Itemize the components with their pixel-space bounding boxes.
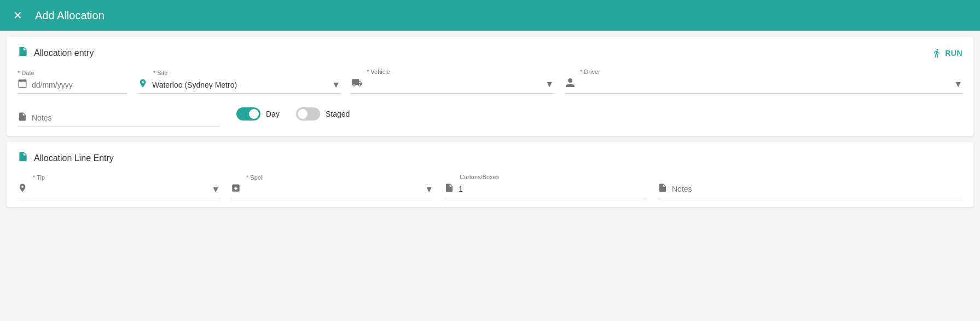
- vehicle-chevron-icon: ▼: [545, 79, 554, 89]
- document-icon: [18, 46, 28, 60]
- line-notes-input[interactable]: [672, 182, 962, 196]
- vehicle-select[interactable]: [367, 80, 541, 89]
- truck-icon: [351, 77, 362, 91]
- pin-icon: [18, 183, 27, 196]
- close-icon: ✕: [13, 9, 22, 22]
- driver-chevron-icon: ▼: [954, 79, 962, 89]
- date-input[interactable]: [32, 81, 119, 89]
- site-select[interactable]: Waterloo (Sydney Metro): [152, 81, 327, 89]
- line-notes-input-wrapper: [658, 182, 962, 198]
- entry-form-row-2: Day Staged: [18, 102, 962, 127]
- section-header: Allocation entry RUN: [18, 46, 962, 60]
- driver-field-wrapper: * Driver ▼: [565, 68, 962, 94]
- line-section-title: Allocation Line Entry: [18, 151, 114, 165]
- spoil-chevron-icon: ▼: [425, 185, 433, 194]
- cartons-field-wrapper: Cartons/Boxes: [444, 174, 647, 198]
- driver-select-wrapper: ▼: [565, 77, 962, 94]
- line-notes-icon: [658, 183, 668, 196]
- site-icon: [138, 78, 148, 91]
- dialog-title: Add Allocation: [35, 9, 105, 22]
- date-field-wrapper: * Date: [18, 70, 127, 94]
- line-document-icon: [18, 151, 28, 165]
- driver-select[interactable]: [580, 80, 949, 89]
- line-section-header: Allocation Line Entry: [18, 151, 962, 165]
- date-input-wrapper: [18, 78, 127, 94]
- notes-input[interactable]: [32, 111, 220, 124]
- tip-select-wrapper: ▼: [18, 183, 220, 198]
- box-icon: [231, 183, 241, 196]
- cartons-input-wrapper: [444, 182, 647, 198]
- vehicle-field-wrapper: * Vehicle ▼: [351, 68, 554, 94]
- entry-form-row-1: * Date * Site Waterloo: [18, 68, 962, 94]
- staged-toggle-group: Staged: [296, 107, 350, 123]
- close-button[interactable]: ✕: [9, 7, 26, 24]
- run-label: RUN: [945, 49, 962, 58]
- spoil-select-wrapper: ▼: [231, 183, 433, 198]
- day-toggle[interactable]: [236, 107, 260, 121]
- tip-chevron-icon: ▼: [211, 185, 220, 194]
- notes-icon: [18, 112, 27, 124]
- cartons-input[interactable]: [459, 182, 647, 196]
- app-header: ✕ Add Allocation: [0, 0, 980, 31]
- cartons-doc-icon: [444, 183, 454, 196]
- staged-slider: [296, 107, 320, 121]
- calendar-icon: [18, 78, 27, 91]
- person-icon: [565, 77, 576, 91]
- vehicle-select-wrapper: ▼: [351, 77, 554, 94]
- allocation-entry-title: Allocation entry: [34, 48, 94, 58]
- vehicle-label: * Vehicle: [367, 68, 390, 75]
- driver-label: * Driver: [580, 68, 600, 75]
- spoil-field-wrapper: * Spoil ▼: [231, 174, 433, 198]
- notes-field-wrapper: [18, 102, 220, 127]
- allocation-line-entry-card: Allocation Line Entry * Tip ▼ * Spoil: [7, 142, 973, 207]
- allocation-entry-card: Allocation entry RUN * Date * Si: [7, 37, 973, 136]
- tip-select[interactable]: [32, 185, 207, 194]
- site-field-wrapper: * Site Waterloo (Sydney Metro) ▼: [138, 70, 340, 94]
- day-toggle-group: Day: [236, 107, 280, 123]
- spoil-select[interactable]: [245, 185, 420, 194]
- run-button[interactable]: RUN: [932, 48, 962, 58]
- site-label: * Site: [153, 70, 167, 76]
- staged-label: Staged: [326, 110, 350, 118]
- section-title: Allocation entry: [18, 46, 94, 60]
- day-label: Day: [266, 110, 280, 118]
- cartons-label: Cartons/Boxes: [460, 174, 499, 180]
- site-select-wrapper: Waterloo (Sydney Metro) ▼: [138, 78, 340, 94]
- tip-field-wrapper: * Tip ▼: [18, 174, 220, 198]
- line-entry-title: Allocation Line Entry: [34, 153, 114, 163]
- tip-label: * Tip: [33, 174, 45, 181]
- spoil-label: * Spoil: [246, 174, 264, 181]
- line-entry-form-row: * Tip ▼ * Spoil: [18, 174, 962, 198]
- staged-toggle[interactable]: [296, 107, 320, 121]
- date-label: * Date: [18, 70, 34, 76]
- day-slider: [236, 107, 260, 121]
- site-chevron-icon: ▼: [332, 80, 340, 90]
- notes-input-wrapper: [18, 111, 220, 127]
- line-notes-field-wrapper: [658, 174, 962, 198]
